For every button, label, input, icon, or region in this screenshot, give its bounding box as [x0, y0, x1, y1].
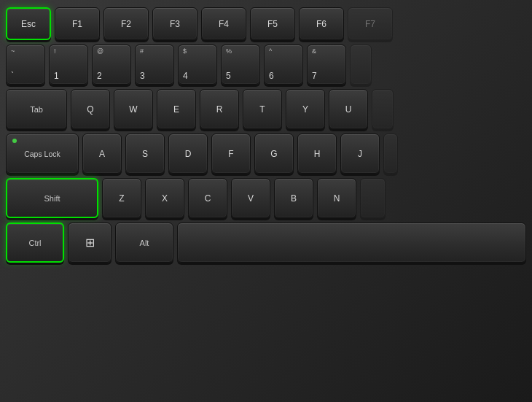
ctrl-row: Ctrl ⊞ Alt	[6, 223, 526, 263]
j-key[interactable]: J	[340, 134, 380, 174]
f4-label: F4	[219, 19, 229, 29]
win-key[interactable]: ⊞	[68, 223, 112, 263]
f3-label: F3	[170, 19, 180, 29]
t-key[interactable]: T	[243, 89, 282, 129]
esc-key[interactable]: Esc	[6, 7, 51, 40]
f2-label: F2	[121, 19, 131, 29]
n-key[interactable]: N	[317, 178, 356, 218]
y-key[interactable]: Y	[286, 89, 325, 129]
f6-label: F6	[316, 19, 326, 29]
w-key[interactable]: W	[114, 89, 153, 129]
left-ctrl-key[interactable]: Ctrl	[6, 223, 64, 263]
8-key-partial	[350, 45, 372, 85]
z-key[interactable]: Z	[102, 178, 141, 218]
windows-icon: ⊞	[85, 236, 95, 250]
v-key[interactable]: V	[231, 178, 270, 218]
2-key[interactable]: @ 2	[92, 45, 131, 85]
k-key-partial	[383, 134, 398, 174]
f-key[interactable]: F	[211, 134, 251, 174]
f5-label: F5	[267, 19, 278, 29]
f1-label: F1	[72, 19, 82, 29]
e-key[interactable]: E	[157, 89, 196, 129]
shift-row: Shift Z X C V B N	[6, 178, 526, 218]
number-row: ~ ` ! 1 @ 2 # 3 $ 4 % 5 ^ 6 & 7	[6, 45, 526, 85]
keyboard: Esc F1 F2 F3 F4 F5 F6 F7 ~ ` !	[0, 0, 532, 402]
q-key[interactable]: Q	[71, 89, 110, 129]
left-shift-key[interactable]: Shift	[6, 178, 98, 218]
m-key-partial	[360, 178, 386, 218]
f7-key[interactable]: F7	[348, 7, 393, 40]
tab-row: Tab Q W E R T Y U	[6, 89, 526, 129]
h-key[interactable]: H	[297, 134, 337, 174]
backtick-key[interactable]: ~ `	[6, 45, 45, 85]
caps-indicator	[12, 139, 17, 143]
alt-key[interactable]: Alt	[115, 223, 173, 263]
s-key[interactable]: S	[125, 134, 165, 174]
d-key[interactable]: D	[168, 134, 208, 174]
x-key[interactable]: X	[145, 178, 184, 218]
function-row: Esc F1 F2 F3 F4 F5 F6 F7	[6, 7, 526, 40]
1-key[interactable]: ! 1	[49, 45, 88, 85]
space-key[interactable]	[177, 223, 526, 263]
f3-key[interactable]: F3	[152, 7, 197, 40]
5-key[interactable]: % 5	[221, 45, 260, 85]
f4-key[interactable]: F4	[201, 7, 246, 40]
esc-label: Esc	[21, 19, 36, 29]
a-key[interactable]: A	[82, 134, 122, 174]
capslock-key[interactable]: Caps Lock	[6, 134, 79, 174]
tab-key[interactable]: Tab	[6, 89, 67, 129]
f6-key[interactable]: F6	[299, 7, 344, 40]
4-key[interactable]: $ 4	[178, 45, 217, 85]
r-key[interactable]: R	[200, 89, 239, 129]
f2-key[interactable]: F2	[103, 7, 149, 40]
c-key[interactable]: C	[188, 178, 227, 218]
caps-row: Caps Lock A S D F G H J	[6, 134, 526, 174]
g-key[interactable]: G	[254, 134, 294, 174]
f1-key[interactable]: F1	[55, 7, 100, 40]
f5-key[interactable]: F5	[250, 7, 295, 40]
i-key-partial	[372, 89, 394, 129]
3-key[interactable]: # 3	[135, 45, 174, 85]
b-key[interactable]: B	[274, 178, 313, 218]
6-key[interactable]: ^ 6	[264, 45, 303, 85]
7-key[interactable]: & 7	[307, 45, 346, 85]
u-key[interactable]: U	[329, 89, 368, 129]
